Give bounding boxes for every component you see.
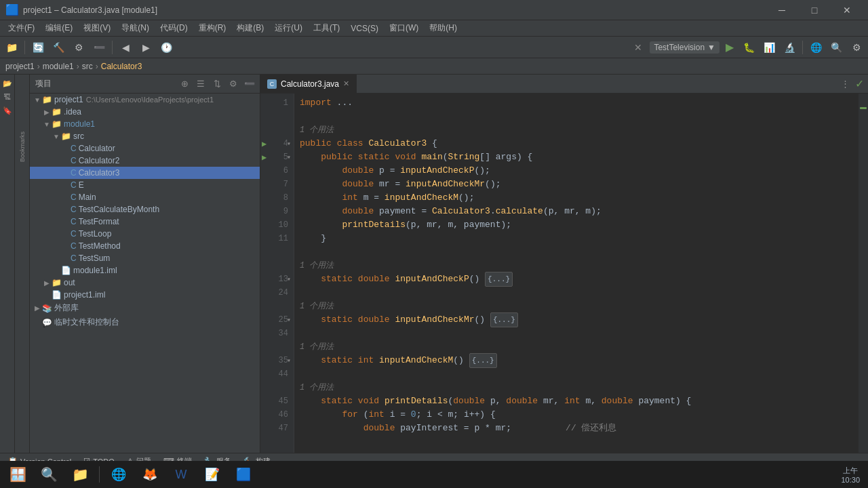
taskbar-start[interactable]: 🪟 <box>3 462 33 487</box>
run-with-coverage-btn[interactable]: 📊 <box>760 39 778 56</box>
translate-btn[interactable]: 🌐 <box>807 39 825 56</box>
java-file-icon-calc3: C <box>71 168 77 178</box>
tree-item-module1[interactable]: ▼ 📁 module1 <box>30 118 260 130</box>
menu-item-d[interactable]: 代码(D) <box>155 21 193 35</box>
nav-class[interactable]: Calculator3 <box>101 62 142 71</box>
tree-item-idea[interactable]: ▶ 📁 .idea <box>30 106 260 118</box>
editor-tab-actions: ⋮ <box>837 77 855 92</box>
proj-add-btn[interactable]: ⊕ <box>177 77 192 92</box>
proj-settings-btn[interactable]: ⚙ <box>226 77 241 92</box>
nav-src[interactable]: src <box>82 62 93 71</box>
tab-close-btn[interactable]: ✕ <box>343 79 349 88</box>
gutter-line-5: ▶ 5 ▾ <box>260 150 294 164</box>
tree-item-testloop[interactable]: C TestLoop <box>30 228 260 240</box>
taskbar-clock[interactable]: 上午 10:30 <box>835 462 865 487</box>
menu-item-h[interactable]: 帮助(H) <box>424 21 462 35</box>
tree-item-testcalculate[interactable]: C TestCalculateByMonth <box>30 203 260 216</box>
run-gutter-5[interactable]: ▶ <box>262 152 267 163</box>
menu-item-t[interactable]: 工具(T) <box>308 21 345 35</box>
minimize-button[interactable]: ─ <box>766 0 797 20</box>
menu-item-e[interactable]: 编辑(E) <box>40 21 78 35</box>
toolbar-build-btn[interactable]: 🔨 <box>50 39 67 56</box>
menu-item-v[interactable]: 视图(V) <box>78 21 116 35</box>
close-button[interactable]: ✕ <box>831 0 863 20</box>
proj-collapse-btn[interactable]: ➖ <box>242 77 257 92</box>
run-config-selector[interactable]: TestTelevision ▼ <box>650 41 719 54</box>
gutter-line-7: 7 <box>260 178 294 191</box>
menu-item-w[interactable]: 窗口(W) <box>384 21 424 35</box>
tree-item-calculator3[interactable]: C Calculator3 <box>30 167 260 179</box>
fold-hint-13[interactable]: {...} <box>485 272 513 287</box>
fold-hint-35[interactable]: {...} <box>469 353 497 368</box>
menu-item-u[interactable]: 运行(U) <box>269 21 308 35</box>
taskbar-intellij[interactable]: 🟦 <box>229 462 258 487</box>
run-button[interactable]: ▶ <box>722 40 737 55</box>
tree-item-project1iml[interactable]: 📄 project1.iml <box>30 289 260 301</box>
fold-gutter-5[interactable]: ▾ <box>287 153 291 161</box>
tree-item-testmethod[interactable]: C TestMethod <box>30 240 260 252</box>
taskbar-search[interactable]: 🔍 <box>34 462 64 487</box>
editor-tab-calculator3[interactable]: C Calculator3.java ✕ <box>260 75 357 94</box>
toolbar-refresh-btn[interactable]: 🔄 <box>29 39 47 56</box>
tree-item-scratch[interactable]: 💬 临时文件和控制台 <box>30 315 260 329</box>
bookmarks-icon[interactable]: 🔖 <box>1 104 14 117</box>
taskbar-chrome[interactable]: 🌐 <box>104 462 134 487</box>
settings-btn2[interactable]: ⚙ <box>848 39 865 56</box>
nav-module[interactable]: module1 <box>43 62 74 71</box>
debug-button[interactable]: 🐛 <box>740 39 757 56</box>
code-hint-4: 1 个用法 <box>300 340 853 354</box>
code-line-8: int m = inputAndCheckM(); <box>300 191 853 205</box>
tree-item-testsum[interactable]: C TestSum <box>30 252 260 264</box>
maximize-button[interactable]: □ <box>799 0 830 20</box>
nav-bar: project1 › module1 › src › Calculator3 <box>0 58 868 75</box>
tree-item-project1[interactable]: ▼ 📁 project1 C:\Users\Lenovo\IdeaProject… <box>30 94 260 106</box>
proj-sort-btn[interactable]: ⇅ <box>210 77 224 92</box>
toolbar-debug-btn[interactable]: ✕ <box>629 39 647 56</box>
tree-item-e[interactable]: C E <box>30 179 260 191</box>
run-gutter-4[interactable]: ▶ <box>262 139 267 149</box>
proj-list-btn[interactable]: ☰ <box>193 77 208 92</box>
toolbar-settings-btn[interactable]: ⚙ <box>70 39 87 56</box>
tab-label: Calculator3.java <box>281 79 339 89</box>
search-btn[interactable]: 🔍 <box>827 39 845 56</box>
fold-gutter-25[interactable]: ▾ <box>287 316 291 324</box>
taskbar: 🪟 🔍 📁 🌐 🦊 W 📝 🟦 上午 10:30 <box>0 461 868 488</box>
fold-gutter-4[interactable]: ▾ <box>287 140 291 148</box>
code-line-44 <box>300 367 853 381</box>
project-icon[interactable]: 📂 <box>1 77 14 89</box>
code-line-4: public class Calculator3 { <box>300 137 853 150</box>
tree-item-calculator[interactable]: C Calculator <box>30 142 260 155</box>
taskbar-notepad[interactable]: 📝 <box>197 462 227 487</box>
toolbar-collapse-btn[interactable]: ➖ <box>90 39 108 56</box>
gutter-line-35: 35 ▾ <box>260 354 294 367</box>
taskbar-word[interactable]: W <box>166 462 196 487</box>
menu-item-r[interactable]: 重构(R) <box>193 21 232 35</box>
profile-btn[interactable]: 🔬 <box>781 39 798 56</box>
tree-item-main[interactable]: C Main <box>30 191 260 203</box>
nav-back-btn[interactable]: ◀ <box>117 39 134 56</box>
fold-gutter-35[interactable]: ▾ <box>287 357 291 365</box>
taskbar-explorer[interactable]: 📁 <box>65 462 95 487</box>
fold-hint-25[interactable]: {...} <box>490 312 518 327</box>
tree-item-out[interactable]: ▶ 📁 out <box>30 277 260 289</box>
gutter-line-1: 1 <box>260 96 294 110</box>
taskbar-firefox[interactable]: 🦊 <box>135 462 165 487</box>
menu-item-b[interactable]: 构建(B) <box>231 21 269 35</box>
menu-item-n[interactable]: 导航(N) <box>116 21 155 35</box>
editor-expand-btn[interactable]: ⋮ <box>837 77 852 92</box>
menu-item-vcss[interactable]: VCS(S) <box>345 22 384 35</box>
nav-recent-btn[interactable]: 🕐 <box>157 39 175 56</box>
code-content[interactable]: import ... 1 个用法 public class Calculator… <box>294 94 859 453</box>
tree-item-module1iml[interactable]: 📄 module1.iml <box>30 264 260 277</box>
nav-forward-btn[interactable]: ▶ <box>137 39 155 56</box>
menu-item-f[interactable]: 文件(F) <box>3 21 40 35</box>
tree-item-calculator2[interactable]: C Calculator2 <box>30 155 260 167</box>
nav-project[interactable]: project1 <box>5 62 35 71</box>
tree-item-src[interactable]: ▼ 📁 src <box>30 130 260 142</box>
structure-icon[interactable]: 🏗 <box>1 91 14 103</box>
fold-gutter-13[interactable]: ▾ <box>287 275 291 283</box>
tree-item-testformat[interactable]: C TestFormat <box>30 216 260 228</box>
tree-item-external[interactable]: ▶ 📚 外部库 <box>30 301 260 315</box>
bookmark-label-1[interactable]: Bookmarks <box>18 129 27 165</box>
toolbar-project-icon[interactable]: 📁 <box>3 39 20 56</box>
